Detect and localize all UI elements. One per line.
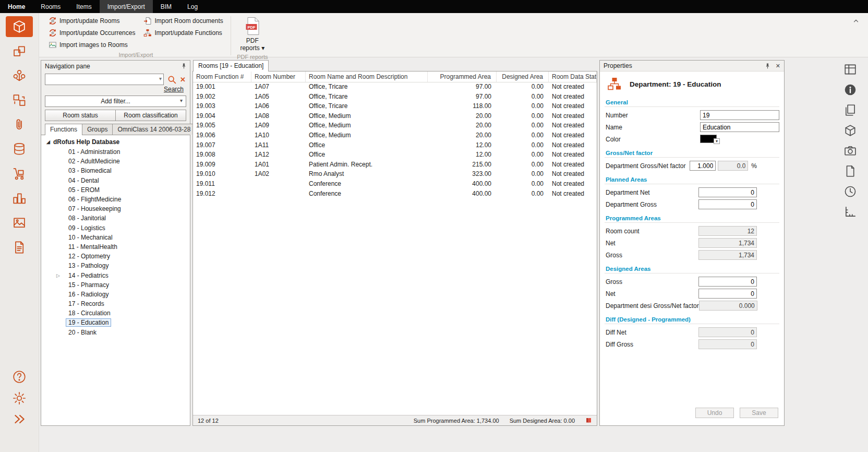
tree-item-04-dental[interactable]: 04 - Dental — [41, 176, 190, 185]
gross-input[interactable] — [698, 277, 757, 287]
close-icon[interactable]: ✕ — [775, 63, 781, 69]
tab-rooms-education[interactable]: Rooms [19 - Education] — [193, 60, 269, 72]
sidebar-rooms-button[interactable] — [6, 16, 33, 37]
sidebar-documents-button[interactable] — [6, 114, 33, 135]
tree-item-03-biomedical[interactable]: 03 - Biomedical — [41, 166, 190, 175]
sidebar-linked-items-button[interactable] — [6, 90, 33, 111]
tree-expanded-icon[interactable]: ◢ — [46, 139, 50, 145]
panel-documents-stack-button[interactable] — [841, 102, 860, 118]
tree-root[interactable]: ◢ dRofus Help Database — [41, 137, 190, 147]
menu-item-items[interactable]: Items — [68, 0, 99, 13]
add-filter-button[interactable]: Add filter... ▾ — [45, 96, 186, 107]
column-header-designed-area[interactable]: Designed Area — [497, 72, 549, 82]
tree-item-05-erom[interactable]: 05 - EROM — [41, 185, 190, 195]
tree-item-09-logistics[interactable]: 09 - Logistics — [41, 223, 190, 233]
table-row[interactable]: 19.0051A09Office, Medium20.000.00Not cre… — [193, 121, 597, 131]
menu-item-home[interactable]: Home — [0, 0, 33, 13]
clear-search-icon[interactable]: ✕ — [180, 76, 186, 84]
tree-item-15-pharmacy[interactable]: 15 - Pharmacy — [41, 280, 190, 290]
sidebar-help-button[interactable] — [12, 370, 27, 384]
room-status-button[interactable]: Room status — [45, 110, 116, 121]
department-gross-input[interactable] — [698, 199, 757, 209]
tree-collapsed-icon[interactable]: ▷ — [56, 273, 60, 278]
search-link[interactable]: Search — [164, 86, 184, 93]
menu-item-log[interactable]: Log — [179, 0, 206, 13]
net-input[interactable] — [698, 289, 757, 299]
sidebar-forms-button[interactable] — [6, 237, 33, 258]
table-row[interactable]: 19.012Conference400.000.00Not created — [193, 189, 597, 199]
panel-measure-button[interactable] — [841, 204, 860, 220]
tree-item-17-records[interactable]: 17 - Records — [41, 299, 190, 308]
pin-icon[interactable] — [180, 63, 187, 69]
room-classification-button[interactable]: Room classification — [116, 110, 186, 121]
save-button[interactable]: Save — [740, 408, 778, 418]
ribbon-button-import-update-rooms[interactable]: Import/update Rooms — [45, 15, 138, 26]
tree-item-01-administration[interactable]: 01 - Administration — [41, 147, 190, 157]
ribbon-button-import-update-occurrences[interactable]: Import/update Occurrences — [45, 27, 138, 38]
sidebar-database-button[interactable] — [6, 139, 33, 160]
table-row[interactable]: 19.0091A01Patient Admin. Recept.215.000.… — [193, 160, 597, 170]
pin-icon[interactable] — [764, 63, 771, 69]
tree-item-06-flightmedicine[interactable]: 06 - FlightMedicine — [41, 195, 190, 204]
panel-box-button[interactable] — [841, 122, 860, 138]
sidebar-occurrences-button[interactable] — [6, 65, 33, 86]
sidebar-items-button[interactable] — [6, 41, 33, 62]
tree-item-10-mechanical[interactable]: 10 - Mechanical — [41, 233, 190, 242]
menu-item-bim[interactable]: BIM — [153, 0, 179, 13]
color-dropdown-button[interactable]: ▾ — [714, 138, 720, 144]
search-options-dropdown-icon[interactable]: ▾ — [159, 76, 162, 81]
sidebar-logistics-button[interactable] — [6, 163, 33, 184]
department-net-input[interactable] — [698, 187, 757, 197]
table-row[interactable]: 19.0011A07Office, Tricare97.000.00Not cr… — [193, 82, 597, 92]
column-header-room-data-status[interactable]: Room Data Status — [549, 72, 597, 82]
ribbon-button-import-update-functions[interactable]: Import/update Functions — [140, 27, 226, 38]
ribbon-button-import-images-to-rooms[interactable]: Import images to Rooms — [45, 39, 138, 50]
tree-item-19-education[interactable]: 19 - Education — [41, 318, 190, 327]
table-row[interactable]: 19.011Conference400.000.00Not created — [193, 180, 597, 189]
column-header-room-name-and-room-description[interactable]: Room Name and Room Description — [306, 72, 428, 82]
table-row[interactable]: 19.0021A05Office, Tricare97.000.00Not cr… — [193, 92, 597, 102]
tree-item-14-pediatrics[interactable]: ▷14 - Pediatrics — [41, 270, 190, 280]
panel-info-button[interactable] — [841, 81, 860, 98]
tree-item-16-radiology[interactable]: 16 - Radiology — [41, 290, 190, 299]
department-gross-net-factor-input[interactable] — [690, 161, 716, 171]
tree-item-02-adultmedicine[interactable]: 02 - AdultMedicine — [41, 157, 190, 166]
panel-page-button[interactable] — [841, 163, 860, 179]
tree-item-07-housekeeping[interactable]: 07 - Housekeeping — [41, 204, 190, 213]
panel-history-button[interactable] — [841, 183, 860, 199]
sidebar-buildings-button[interactable] — [6, 188, 33, 209]
name-input[interactable] — [700, 122, 779, 132]
sidebar-reports-button[interactable] — [6, 212, 33, 233]
table-row[interactable]: 19.0071A11Office12.000.00Not created — [193, 141, 597, 151]
column-header-room-number[interactable]: Room Number — [251, 72, 306, 82]
panel-layout-button[interactable] — [841, 61, 860, 77]
collapse-ribbon-button[interactable] — [852, 17, 860, 25]
table-row[interactable]: 19.0081A12Office12.000.00Not created — [193, 150, 597, 160]
number-input[interactable] — [700, 110, 779, 120]
tree-item-12-optometry[interactable]: 12 - Optometry — [41, 252, 190, 261]
ribbon-button-import-room-documents[interactable]: Import Room documents — [140, 15, 226, 26]
menu-item-import-export[interactable]: Import/Export — [100, 0, 153, 13]
column-header-programmed-area[interactable]: Programmed Area — [428, 72, 497, 82]
table-row[interactable]: 19.0101A02Rmo Analyst323.000.00Not creat… — [193, 170, 597, 180]
table-row[interactable]: 19.0031A06Office, Tricare118.000.00Not c… — [193, 102, 597, 112]
tree-item-18-circulation[interactable]: 18 - Circulation — [41, 308, 190, 318]
tree-item-11-mentalhealth[interactable]: 11 - MentalHealth — [41, 242, 190, 252]
search-icon[interactable] — [167, 75, 177, 85]
undo-button[interactable]: Undo — [695, 408, 734, 418]
tree-item-13-pathology[interactable]: 13 - Pathology — [41, 261, 190, 270]
sidebar-settings-button[interactable] — [12, 391, 27, 406]
tree-item-08-janitorial[interactable]: 08 - Janitorial — [41, 213, 190, 223]
tab-omniclass-14-2006-03-28[interactable]: OmniClass 14 2006-03-28 — [113, 124, 196, 135]
table-row[interactable]: 19.0061A10Office, Medium20.000.00Not cre… — [193, 131, 597, 141]
tab-groups[interactable]: Groups — [82, 124, 113, 135]
pdf-reports-button[interactable]: PDF PDF reports ▾ — [235, 15, 270, 52]
sidebar-expand-button[interactable] — [13, 412, 26, 426]
color-picker[interactable]: ▾ — [700, 135, 779, 144]
search-input[interactable] — [45, 74, 164, 85]
menu-item-rooms[interactable]: Rooms — [33, 0, 68, 13]
table-row[interactable]: 19.0041A08Office, Medium20.000.00Not cre… — [193, 112, 597, 122]
column-header-room-function[interactable]: Room Function # — [193, 72, 251, 82]
tab-functions[interactable]: Functions — [45, 124, 82, 135]
tree-item-20-blank[interactable]: 20 - Blank — [41, 328, 190, 337]
